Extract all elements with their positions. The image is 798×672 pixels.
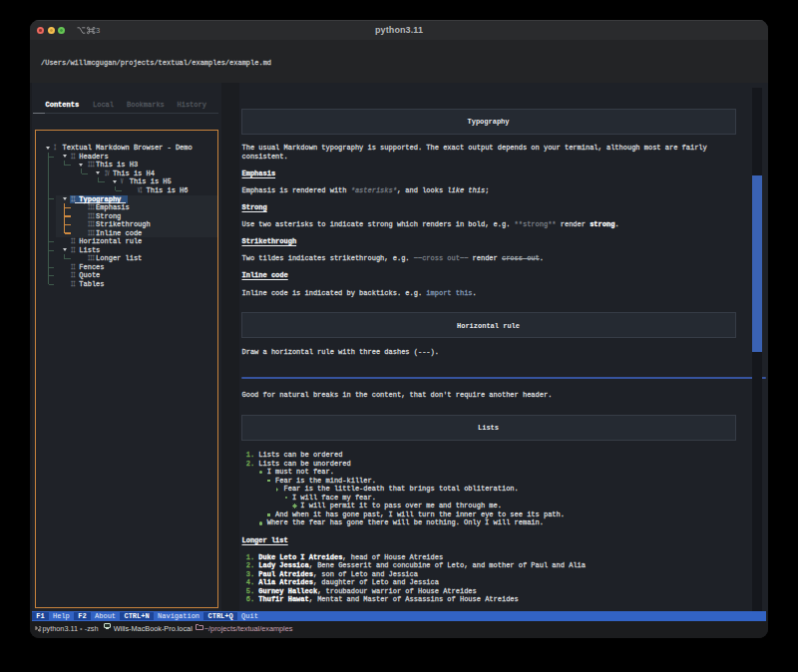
svg-text:3: 3 — [96, 26, 100, 35]
